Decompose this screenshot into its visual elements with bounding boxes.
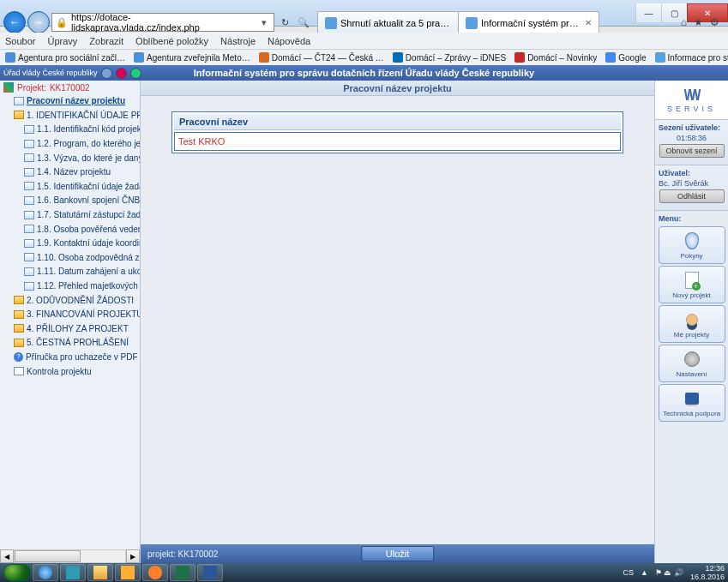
project-tree[interactable]: Pracovní název projektu1. IDENTIFIKAČNÍ … bbox=[0, 94, 140, 549]
tree-item[interactable]: 1.10. Osoba zodpovědná za ú… bbox=[0, 251, 140, 266]
page-icon bbox=[24, 168, 34, 177]
tray-date: 16.8.2016 bbox=[690, 573, 725, 581]
tree-item[interactable]: 1.12. Přehled majetkových vzt… bbox=[0, 279, 140, 294]
menu-zobrazit[interactable]: Zobrazit bbox=[89, 36, 123, 46]
header-icon[interactable] bbox=[101, 68, 112, 79]
tree-item[interactable]: 1.2. Program, do kterého je d… bbox=[0, 137, 140, 152]
menu-label: Technická podpora bbox=[663, 410, 720, 417]
tree-item-label: 1.9. Kontaktní údaje koordiná… bbox=[37, 238, 140, 248]
page-icon bbox=[24, 182, 34, 190]
scroll-track[interactable] bbox=[14, 549, 126, 563]
favorite-link[interactable]: Agentura pro sociální začl… bbox=[5, 52, 125, 63]
address-dropdown[interactable]: ▾ bbox=[258, 17, 270, 28]
favorite-label: Domácí – Novinky bbox=[527, 53, 597, 63]
tree-item[interactable]: 1.6. Bankovní spojení ČNB bbox=[0, 194, 140, 208]
menu-napoveda[interactable]: Nápověda bbox=[268, 36, 310, 46]
page-icon bbox=[24, 153, 34, 162]
tree-item[interactable]: 1.4. Název projektu bbox=[0, 165, 140, 180]
favicon-icon bbox=[393, 52, 403, 63]
header-icon[interactable] bbox=[116, 68, 127, 79]
task-ie[interactable] bbox=[33, 564, 58, 581]
tray-lang[interactable]: CS bbox=[623, 568, 635, 577]
tray-arrow-icon[interactable]: ▲ bbox=[641, 568, 648, 577]
tree-item-label: 1.8. Osoba pověřená vedením… bbox=[37, 225, 140, 234]
task-app[interactable] bbox=[115, 564, 141, 581]
horizontal-scrollbar[interactable]: ◀ ▶ bbox=[0, 549, 140, 563]
tree-item[interactable]: 5. ČESTNÁ PROHLÁŠENÍ bbox=[0, 336, 140, 351]
header-icon[interactable] bbox=[130, 68, 141, 79]
taskbar: CS ▲ ⚑ ⏏ 🔊 12:36 16.8.2016 bbox=[0, 563, 728, 582]
tree-item[interactable]: 1.8. Osoba pověřená vedením… bbox=[0, 222, 140, 237]
task-media[interactable] bbox=[142, 564, 168, 581]
browser-tab-active[interactable]: Informační systém pro sprá… ✕ bbox=[458, 11, 599, 33]
tree-item[interactable]: 2. ODŮVODNĚNÍ ŽÁDOSTI bbox=[0, 293, 140, 308]
refresh-button[interactable]: ↻ bbox=[276, 13, 293, 32]
menu-my-projects[interactable]: Mé projekty bbox=[659, 305, 725, 343]
tree-item[interactable]: ?Příručka pro uchazeče v PDF bbox=[0, 351, 140, 365]
favorites-icon[interactable]: ★ bbox=[694, 16, 703, 28]
search-button[interactable]: 🔍 bbox=[295, 13, 312, 32]
menu-new-project[interactable]: Nový projekt bbox=[659, 266, 725, 303]
help-icon: ? bbox=[14, 352, 23, 362]
gear-icon bbox=[683, 350, 701, 369]
tab-close-icon[interactable]: ✕ bbox=[585, 18, 592, 27]
tree-item[interactable]: 1.3. Výzva, do které je daný p… bbox=[0, 151, 140, 165]
check-icon bbox=[14, 367, 24, 375]
tree-item[interactable]: 3. FINANCOVÁNÍ PROJEKTU bbox=[0, 308, 140, 322]
menu-nastroje[interactable]: Nástroje bbox=[220, 36, 256, 46]
task-word[interactable] bbox=[197, 564, 223, 581]
task-explorer[interactable] bbox=[87, 564, 113, 581]
tree-item[interactable]: Pracovní název projektu bbox=[0, 94, 140, 109]
menu-support[interactable]: Technická podpora bbox=[659, 384, 725, 422]
logout-button[interactable]: Odhlásit bbox=[659, 189, 725, 203]
favorite-link[interactable]: Informace pro státní zamě… bbox=[655, 52, 728, 63]
tree-item[interactable]: 4. PŘÍLOHY ZA PROJEKT bbox=[0, 322, 140, 337]
home-icon[interactable]: ⌂ bbox=[681, 16, 687, 28]
project-name-input[interactable] bbox=[174, 132, 621, 151]
task-app[interactable] bbox=[60, 564, 86, 581]
save-button[interactable]: Uložit bbox=[361, 546, 435, 561]
menu-settings[interactable]: Nastavení bbox=[659, 345, 725, 382]
address-bar[interactable]: 🔒 https://dotace-lidskaprava.vlada.cz/in… bbox=[51, 13, 274, 32]
tree-item-label: 1.11. Datum zahájení a ukonč… bbox=[37, 267, 140, 276]
tray-clock[interactable]: 12:36 16.8.2016 bbox=[690, 564, 725, 581]
tree-item[interactable]: 1.7. Statutární zástupci žadate… bbox=[0, 208, 140, 223]
menu-oblibene[interactable]: Oblíbené položky bbox=[135, 36, 208, 46]
menu-upravy[interactable]: Úpravy bbox=[47, 36, 77, 46]
tray-icons[interactable]: ⚑ ⏏ 🔊 bbox=[655, 568, 683, 577]
favorite-link[interactable]: Google bbox=[605, 52, 646, 63]
ie-icon bbox=[39, 566, 52, 579]
tree-item[interactable]: 1.9. Kontaktní údaje koordiná… bbox=[0, 237, 140, 251]
scroll-right-button[interactable]: ▶ bbox=[126, 549, 140, 563]
favorite-link[interactable]: Domácí – Novinky bbox=[514, 52, 597, 63]
tree-item[interactable]: 1.1. Identifikační kód projektu bbox=[0, 123, 140, 137]
menu-soubor[interactable]: Soubor bbox=[5, 36, 35, 46]
favorite-link[interactable]: Agentura zveřejnila Meto… bbox=[134, 52, 250, 63]
folder-icon bbox=[14, 310, 24, 319]
system-tray[interactable]: CS ▲ ⚑ ⏏ 🔊 12:36 16.8.2016 bbox=[623, 564, 725, 581]
favorite-link[interactable]: Domácí — ČT24 — Česká … bbox=[259, 52, 384, 63]
refresh-session-button[interactable]: Obnovit sezení bbox=[659, 144, 725, 158]
folder-icon bbox=[93, 566, 107, 579]
scroll-left-button[interactable]: ◀ bbox=[0, 549, 14, 563]
tree-item[interactable]: 1.5. Identifikační údaje žadate… bbox=[0, 180, 140, 195]
task-excel[interactable] bbox=[170, 564, 196, 581]
forward-button[interactable]: → bbox=[27, 11, 50, 33]
back-button[interactable]: ← bbox=[3, 11, 26, 33]
browser-tabs: Shrnutí aktualit za 5 pracovníc… Informa… bbox=[317, 11, 599, 33]
tree-item-label: 1.7. Statutární zástupci žadate… bbox=[37, 210, 140, 219]
settings-icon[interactable]: ⚙ bbox=[710, 16, 719, 28]
start-button[interactable] bbox=[3, 564, 31, 581]
favicon-icon bbox=[655, 52, 665, 63]
menu-pokyny[interactable]: Pokyny bbox=[659, 226, 725, 264]
tree-item[interactable]: 1.11. Datum zahájení a ukonč… bbox=[0, 265, 140, 279]
browser-tab[interactable]: Shrnutí aktualit za 5 pracovníc… bbox=[317, 11, 459, 33]
favorite-label: Agentura pro sociální začl… bbox=[18, 53, 125, 63]
scroll-thumb[interactable] bbox=[15, 550, 81, 562]
tree-item[interactable]: 1. IDENTIFIKAČNÍ ÚDAJE PROJEKTU bbox=[0, 109, 140, 123]
favorite-link[interactable]: Domácí – Zprávy – iDNES bbox=[393, 52, 506, 63]
tab-title: Shrnutí aktualit za 5 pracovníc… bbox=[340, 18, 451, 28]
tree-item[interactable]: Kontrola projektu bbox=[0, 364, 140, 379]
menu-label: Nastavení bbox=[676, 370, 707, 378]
tree-item-label: 1.5. Identifikační údaje žadate… bbox=[37, 182, 140, 191]
